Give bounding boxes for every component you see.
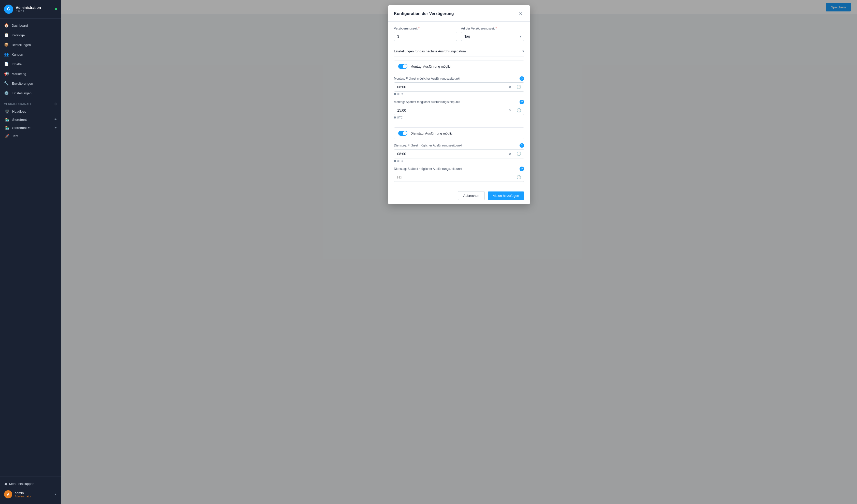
tuesday-earliest-label: Dienstag: Frühest möglicher Ausführungsz… xyxy=(394,144,462,147)
marketing-icon: 📢 xyxy=(4,71,9,76)
sidebar-item-label: Storefront #2 xyxy=(12,126,31,130)
user-section[interactable]: A admin Administrator ▲ xyxy=(4,488,57,501)
divider xyxy=(394,123,524,123)
kataloge-icon: 📋 xyxy=(4,33,9,37)
storefront-eye-icon[interactable]: 👁 xyxy=(54,118,57,121)
toggle-knob2 xyxy=(403,131,407,135)
execution-settings-accordion[interactable]: Einstellungen für das nächste Ausführung… xyxy=(394,46,524,56)
monday-latest-utc: UTC xyxy=(394,116,524,119)
monday-latest-header: Montag: Spätest möglicher Ausführungszei… xyxy=(394,100,524,104)
erweiterungen-icon: 🔧 xyxy=(4,81,9,86)
app-logo: G xyxy=(4,4,13,14)
sidebar-item-storefront2[interactable]: 🏪 Storefront #2 👁 xyxy=(0,123,61,132)
tuesday-toggle[interactable] xyxy=(398,131,407,136)
sidebar-nav: 🏠 Dashboard 📋 Kataloge 📦 Bestellungen 👥 … xyxy=(0,19,61,476)
monday-earliest-clear-icon[interactable]: ✕ xyxy=(507,85,514,89)
sales-section-header: Verkaufskanäle ⊕ xyxy=(0,98,61,107)
monday-latest-info-icon[interactable]: ? xyxy=(520,100,524,104)
delay-type-select[interactable]: Tag Stunde Minute xyxy=(461,32,524,41)
sidebar-item-kataloge[interactable]: 📋 Kataloge xyxy=(0,30,61,40)
monday-latest-clear-icon[interactable]: ✕ xyxy=(507,108,514,112)
app-name: Administration xyxy=(16,5,41,10)
monday-latest-clock-icon[interactable]: 🕐 xyxy=(514,108,524,113)
sidebar-item-label: Headless xyxy=(12,110,26,113)
sidebar-item-bestellungen[interactable]: 📦 Bestellungen xyxy=(0,40,61,50)
modal-header: Konfiguration der Verzögerung ✕ xyxy=(388,5,530,22)
tuesday-latest-input[interactable] xyxy=(394,173,514,182)
tuesday-earliest-info-icon[interactable]: ? xyxy=(520,143,524,148)
required-marker2: * xyxy=(495,27,497,30)
sidebar-item-test[interactable]: 🚀 Test xyxy=(0,132,61,140)
collapse-label: Menü einklappen xyxy=(9,482,34,486)
sidebar-item-kunden[interactable]: 👥 Kunden xyxy=(0,50,61,59)
sidebar-item-storefront[interactable]: 🏪 Storefront 👁 xyxy=(0,115,61,123)
headless-icon: 🖥️ xyxy=(5,110,9,113)
delay-config-modal: Konfiguration der Verzögerung ✕ Verzöger… xyxy=(388,5,530,204)
sidebar-item-label: Storefront xyxy=(12,118,27,121)
cancel-button[interactable]: Abbrechen xyxy=(458,191,485,200)
storefront2-eye-icon[interactable]: 👁 xyxy=(54,126,57,130)
sidebar-item-label: Kunden xyxy=(12,53,23,56)
tuesday-toggle-row: Dienstag: Ausführung möglich xyxy=(394,128,524,139)
collapse-icon: ◀ xyxy=(4,482,6,486)
confirm-button[interactable]: Aktion hinzufügen xyxy=(488,191,524,200)
accordion-title: Einstellungen für das nächste Ausführung… xyxy=(394,49,466,53)
tuesday-earliest-input[interactable] xyxy=(394,150,507,158)
sidebar-item-label: Kataloge xyxy=(12,33,25,37)
app-version: 6.6.7.1 xyxy=(16,10,41,13)
sidebar-item-marketing[interactable]: 📢 Marketing xyxy=(0,69,61,79)
monday-latest-input-wrapper: ✕ 🕐 xyxy=(394,106,524,115)
monday-latest-input[interactable] xyxy=(394,106,507,115)
tuesday-earliest-header: Dienstag: Frühest möglicher Ausführungsz… xyxy=(394,143,524,148)
modal-close-button[interactable]: ✕ xyxy=(517,10,524,17)
delay-time-group: Verzögerungszeit * xyxy=(394,27,457,41)
tuesday-earliest-clock-icon[interactable]: 🕐 xyxy=(514,152,524,156)
monday-earliest-input[interactable] xyxy=(394,83,507,91)
tuesday-latest-label: Dienstag: Spätest möglicher Ausführungsz… xyxy=(394,167,462,171)
monday-toggle[interactable] xyxy=(398,64,407,69)
modal-overlay: Konfiguration der Verzögerung ✕ Verzöger… xyxy=(61,0,857,504)
tuesday-latest-clock-icon[interactable]: 🕐 xyxy=(514,175,524,180)
sidebar-item-dashboard[interactable]: 🏠 Dashboard xyxy=(0,21,61,30)
tuesday-latest-info-icon[interactable]: ? xyxy=(520,167,524,171)
delay-type-select-wrapper: Tag Stunde Minute ▾ xyxy=(461,32,524,41)
sidebar-item-einstellungen[interactable]: ⚙️ Einstellungen xyxy=(0,88,61,98)
sidebar-item-label: Bestellungen xyxy=(12,43,31,47)
kunden-icon: 👥 xyxy=(4,52,9,57)
einstellungen-icon: ⚙️ xyxy=(4,91,9,95)
sidebar-header: G Administration 6.6.7.1 xyxy=(0,0,61,19)
delay-type-group: Art der Verzögerungszeit * Tag Stunde Mi… xyxy=(461,27,524,41)
sidebar-item-label: Marketing xyxy=(12,72,26,76)
delay-fields-row: Verzögerungszeit * Art der Verzögerungsz… xyxy=(394,27,524,41)
dashboard-icon: 🏠 xyxy=(4,23,9,28)
user-role: Administrator xyxy=(15,495,31,498)
modal-footer: Abbrechen Aktion hinzufügen xyxy=(388,187,530,204)
monday-earliest-info-icon[interactable]: ? xyxy=(520,76,524,81)
sidebar-item-headless[interactable]: 🖥️ Headless xyxy=(0,107,61,115)
main-area: Speichern Konfiguration der Verzögerung … xyxy=(61,0,857,504)
tuesday-earliest-utc: UTC xyxy=(394,159,524,163)
utc-dot-icon xyxy=(394,93,396,95)
storefront-icon: 🏪 xyxy=(5,117,9,121)
sidebar-item-label: Erweiterungen xyxy=(12,82,33,85)
tuesday-earliest-clear-icon[interactable]: ✕ xyxy=(507,152,514,156)
sidebar-item-inhalte[interactable]: 📄 Inhalte xyxy=(0,59,61,69)
tuesday-earliest-input-wrapper: ✕ 🕐 xyxy=(394,149,524,158)
monday-earliest-utc: UTC xyxy=(394,93,524,96)
add-sales-channel-icon[interactable]: ⊕ xyxy=(53,101,57,106)
monday-latest-label: Montag: Spätest möglicher Ausführungszei… xyxy=(394,100,460,104)
test-icon: 🚀 xyxy=(5,134,9,138)
monday-earliest-label: Montag: Frühest möglicher Ausführungszei… xyxy=(394,77,460,80)
storefront2-icon: 🏪 xyxy=(5,125,9,130)
utc-dot2-icon xyxy=(394,116,396,118)
user-chevron-icon: ▲ xyxy=(54,492,57,496)
sidebar-item-erweiterungen[interactable]: 🔧 Erweiterungen xyxy=(0,79,61,88)
monday-earliest-header: Montag: Frühest möglicher Ausführungszei… xyxy=(394,76,524,81)
required-marker: * xyxy=(418,27,420,30)
delay-time-input[interactable] xyxy=(394,32,457,41)
monday-earliest-clock-icon[interactable]: 🕐 xyxy=(514,85,524,89)
sidebar: G Administration 6.6.7.1 🏠 Dashboard 📋 K… xyxy=(0,0,61,504)
collapse-menu-button[interactable]: ◀ Menü einklappen xyxy=(4,480,57,488)
tuesday-latest-header: Dienstag: Spätest möglicher Ausführungsz… xyxy=(394,167,524,171)
tuesday-toggle-label: Dienstag: Ausführung möglich xyxy=(410,132,454,135)
